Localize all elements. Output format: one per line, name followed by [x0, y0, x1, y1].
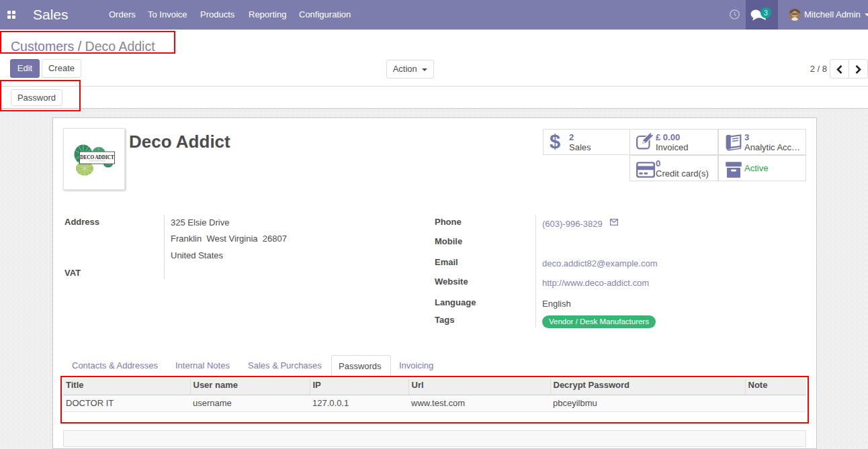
svg-text:DECO ADDICT: DECO ADDICT: [80, 155, 114, 160]
